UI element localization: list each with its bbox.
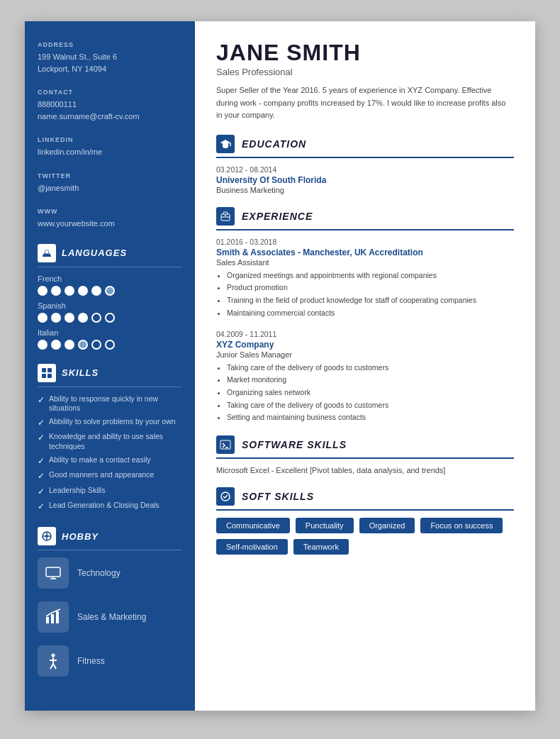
exp-role: Sales Assistant — [216, 258, 514, 267]
svg-line-22 — [53, 664, 56, 669]
hobby-sales: Sales & Marketing — [38, 601, 182, 633]
exp-bullets: Organized meetings and appointments with… — [216, 270, 514, 318]
languages-icon-box — [38, 244, 56, 262]
languages-list: French Spanish — [38, 274, 182, 350]
soft-skill-tag: Focus on success — [420, 518, 503, 533]
education-icon — [216, 135, 235, 153]
experience-header: EXPERIENCE — [216, 207, 514, 230]
address-section: ADDRESS 199 Walnut St., Suite 6 Lockport… — [38, 41, 182, 74]
soft-skills-header: SOFT SKILLS — [216, 487, 514, 511]
skills-title: SKILLS — [62, 367, 99, 378]
languages-section: LANGUAGES French Spanish — [38, 244, 182, 350]
skill-item: ✓Good manners and appearance — [38, 470, 182, 482]
edu-dates: 03.2012 - 08.2014 — [216, 165, 514, 174]
languages-title: LANGUAGES — [62, 248, 127, 258]
exp-dates: 01.2016 - 03.2018 — [216, 238, 514, 246]
www-label: WWW — [38, 208, 182, 215]
svg-rect-2 — [42, 368, 46, 372]
candidate-summary: Super Seller of the Year 2016. 5 years o… — [216, 84, 514, 122]
spanish-dots — [38, 313, 182, 323]
skill-item: ✓Abbility to solve problems by your own — [38, 417, 182, 429]
main-content: JANE SMITH Sales Professional Super Sell… — [195, 21, 535, 711]
fitness-icon — [38, 645, 69, 677]
svg-rect-3 — [47, 368, 52, 372]
exp-bullets: Taking care of the delivery of goods to … — [216, 362, 514, 423]
svg-rect-5 — [47, 374, 52, 378]
hobby-section: HOBBY Technology — [38, 527, 182, 677]
svg-line-21 — [50, 664, 53, 669]
hobby-technology: Technology — [38, 557, 182, 589]
software-header: SOFTWARE SKILLS — [216, 435, 514, 459]
skills-icon-box — [38, 364, 56, 382]
soft-skills-section: SOFT SKILLS CommunicativePunctualityOrga… — [216, 487, 514, 555]
exp-company: Smith & Associates - Manchester, UK Accr… — [216, 248, 514, 257]
address-label: ADDRESS — [38, 41, 182, 48]
experience-icon — [216, 207, 235, 226]
hobby-header: HOBBY — [38, 527, 182, 550]
linkedin-section: LINKEDIN linkedin.com/in/me — [38, 136, 182, 158]
soft-skill-tag: Self-motivation — [216, 539, 288, 555]
education-entry: 03.2012 - 08.2014 University Of South Fl… — [216, 165, 514, 194]
skill-item: ✓Knowledge and ability to use sales tech… — [38, 432, 182, 451]
education-title: EDUCATION — [242, 138, 306, 150]
edu-institution: University Of South Florida — [216, 175, 514, 185]
sidebar: ADDRESS 199 Walnut St., Suite 6 Lockport… — [25, 21, 195, 711]
soft-skill-tag: Punctuality — [296, 518, 354, 533]
svg-rect-15 — [46, 617, 49, 623]
skills-list: ✓Ability to response quickly in new situ… — [38, 394, 182, 513]
skill-item: ✓Ability to make a contact easily — [38, 455, 182, 467]
check-icon: ✓ — [38, 501, 45, 513]
skill-item: ✓Lead Generation & Closing Deals — [38, 501, 182, 513]
check-icon: ✓ — [38, 487, 45, 498]
experience-entry-0: 01.2016 - 03.2018 Smith & Associates - M… — [216, 238, 514, 318]
exp-dates: 04.2009 - 11.2011 — [216, 330, 514, 338]
contact-label: CONTACT — [38, 89, 182, 96]
experience-title: EXPERIENCE — [242, 211, 313, 222]
skill-item: ✓Leadership Skills — [38, 486, 182, 498]
svg-rect-17 — [56, 611, 59, 623]
contact-section: CONTACT 888000111 name.surname@craft-cv.… — [38, 89, 182, 122]
svg-point-7 — [45, 535, 48, 538]
candidate-title: Sales Professional — [216, 67, 514, 77]
experience-list: 01.2016 - 03.2018 Smith & Associates - M… — [216, 238, 514, 423]
linkedin-label: LINKEDIN — [38, 136, 182, 143]
skill-item: ✓Ability to response quickly in new situ… — [38, 394, 182, 413]
hobby-sales-label: Sales & Marketing — [77, 612, 146, 622]
check-icon: ✓ — [38, 471, 45, 482]
candidate-name: JANE SMITH — [216, 41, 514, 64]
check-icon: ✓ — [38, 418, 45, 429]
svg-rect-16 — [51, 614, 54, 623]
sales-icon — [38, 601, 69, 633]
hobby-fitness: Fitness — [38, 645, 182, 677]
resume-container: ADDRESS 199 Walnut St., Suite 6 Lockport… — [25, 21, 535, 711]
lang-french: French — [38, 274, 182, 283]
soft-skills-icon — [216, 487, 235, 506]
technology-icon — [38, 557, 69, 589]
check-icon: ✓ — [38, 395, 45, 406]
experience-entry-1: 04.2009 - 11.2011 XYZ Company Junior Sal… — [216, 330, 514, 423]
hobby-icon-box — [38, 527, 56, 545]
soft-skills-tags: CommunicativePunctualityOrganizedFocus o… — [216, 518, 514, 555]
exp-role: Junior Sales Manager — [216, 350, 514, 359]
software-title: SOFTWARE SKILLS — [242, 439, 347, 450]
experience-section: EXPERIENCE 01.2016 - 03.2018 Smith & Ass… — [216, 207, 514, 423]
education-section: EDUCATION 03.2012 - 08.2014 University O… — [216, 135, 514, 194]
skills-header: SKILLS — [38, 364, 182, 387]
soft-skill-tag: Organized — [359, 518, 415, 533]
skills-section: SKILLS ✓Ability to response quickly in n… — [38, 364, 182, 513]
french-dots — [38, 286, 182, 296]
contact-text: 888000111 name.surname@craft-cv.com — [38, 99, 182, 122]
exp-company: XYZ Company — [216, 340, 514, 350]
soft-skill-tag: Teamwork — [293, 539, 349, 555]
check-icon: ✓ — [38, 433, 45, 444]
software-section: SOFTWARE SKILLS Microsoft Excel - Excell… — [216, 435, 514, 474]
check-icon: ✓ — [38, 456, 45, 467]
linkedin-url: linkedin.com/in/me — [38, 146, 182, 158]
www-section: WWW www.yourwebsite.com — [38, 208, 182, 230]
education-header: EDUCATION — [216, 135, 514, 158]
hobby-technology-label: Technology — [77, 568, 121, 578]
twitter-handle: @janesmith — [38, 182, 182, 194]
lang-italian: Italian — [38, 328, 182, 337]
svg-rect-4 — [42, 374, 46, 378]
lang-spanish: Spanish — [38, 301, 182, 310]
